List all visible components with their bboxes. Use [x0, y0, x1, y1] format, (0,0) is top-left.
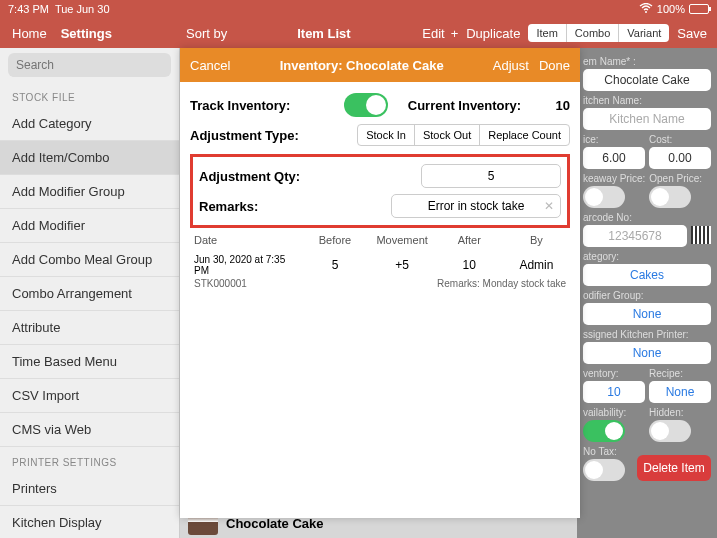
- seg-combo[interactable]: Combo: [567, 24, 619, 42]
- hist-after: 10: [436, 258, 503, 272]
- remarks-text: Error in stock take: [428, 199, 525, 213]
- input-remarks[interactable]: Error in stock take ✕: [391, 194, 561, 218]
- select-category[interactable]: Cakes: [583, 264, 711, 286]
- col-movement: Movement: [369, 234, 436, 246]
- delete-item-button[interactable]: Delete Item: [637, 455, 711, 481]
- sidebar-kitchen-display[interactable]: Kitchen Display: [0, 506, 179, 538]
- input-cost[interactable]: 0.00: [649, 147, 711, 169]
- seg-variant[interactable]: Variant: [619, 24, 669, 42]
- seg-replace-count[interactable]: Replace Count: [480, 125, 569, 145]
- svg-point-0: [645, 11, 647, 13]
- label-cost: Cost:: [649, 134, 711, 145]
- status-bar: 7:43 PM Tue Jun 30 100%: [0, 0, 717, 18]
- label-takeaway: keaway Price:: [583, 173, 645, 184]
- highlight-adjustment: Adjustment Qty: 5 Remarks: Error in stoc…: [190, 154, 570, 228]
- item-details-panel: em Name* : Chocolate Cake itchen Name: K…: [577, 48, 717, 538]
- section-stockfile: STOCK FILE: [0, 82, 179, 107]
- seg-stock-out[interactable]: Stock Out: [415, 125, 480, 145]
- clear-icon[interactable]: ✕: [544, 199, 554, 213]
- label-track-inventory: Track Inventory:: [190, 98, 338, 113]
- wifi-icon: [639, 3, 653, 15]
- hist-remarks: Remarks: Monday stock take: [300, 278, 570, 289]
- sidebar-combo-arrangement[interactable]: Combo Arrangement: [0, 277, 179, 311]
- barcode-icon[interactable]: [691, 226, 711, 244]
- toggle-notax[interactable]: [583, 459, 625, 481]
- section-printer: PRINTER SETTINGS: [0, 447, 179, 472]
- status-date: Tue Jun 30: [55, 3, 110, 15]
- top-bar: Home Settings Sort by Item List Edit + D…: [0, 18, 717, 48]
- toggle-openprice[interactable]: [649, 186, 691, 208]
- item-name: Chocolate Cake: [226, 516, 324, 531]
- sidebar-add-combomeal[interactable]: Add Combo Meal Group: [0, 243, 179, 277]
- label-openprice: Open Price:: [649, 173, 711, 184]
- sidebar-add-modifier[interactable]: Add Modifier: [0, 209, 179, 243]
- history-sub: STK000001 Remarks: Monday stock take: [190, 278, 570, 289]
- label-category: ategory:: [583, 251, 711, 262]
- seg-stock-in[interactable]: Stock In: [358, 125, 415, 145]
- status-time: 7:43 PM: [8, 3, 49, 15]
- duplicate-button[interactable]: Duplicate: [466, 26, 520, 41]
- link-recipe[interactable]: None: [649, 381, 711, 403]
- label-adj-qty: Adjustment Qty:: [199, 169, 421, 184]
- toggle-track-inventory[interactable]: [344, 93, 388, 117]
- save-button[interactable]: Save: [677, 26, 707, 41]
- label-current-inventory: Current Inventory:: [408, 98, 556, 113]
- hist-date: Jun 30, 2020 at 7:35 PM: [190, 254, 301, 276]
- sidebar-add-item[interactable]: Add Item/Combo: [0, 141, 179, 175]
- label-modifier: odifier Group:: [583, 290, 711, 301]
- select-printer[interactable]: None: [583, 342, 711, 364]
- inventory-modal: Cancel Inventory: Chocolate Cake Adjust …: [180, 48, 580, 518]
- battery-pct: 100%: [657, 3, 685, 15]
- input-kitchen-name[interactable]: Kitchen Name: [583, 108, 711, 130]
- seg-item[interactable]: Item: [528, 24, 566, 42]
- battery-icon: [689, 4, 709, 14]
- label-hidden: Hidden:: [649, 407, 711, 418]
- label-notax: No Tax:: [583, 446, 633, 457]
- item-type-segment[interactable]: Item Combo Variant: [528, 24, 669, 42]
- label-adjustment-type: Adjustment Type:: [190, 128, 357, 143]
- adjust-button[interactable]: Adjust: [493, 58, 529, 73]
- done-button[interactable]: Done: [539, 58, 570, 73]
- col-after: After: [436, 234, 503, 246]
- segment-adjustment-type[interactable]: Stock In Stock Out Replace Count: [357, 124, 570, 146]
- edit-button[interactable]: Edit: [422, 26, 444, 41]
- toggle-availability[interactable]: [583, 420, 625, 442]
- hist-by: Admin: [503, 258, 570, 272]
- sidebar-csv[interactable]: CSV Import: [0, 379, 179, 413]
- sidebar-add-category[interactable]: Add Category: [0, 107, 179, 141]
- input-price[interactable]: 6.00: [583, 147, 645, 169]
- col-date: Date: [190, 234, 301, 246]
- link-inventory[interactable]: 10: [583, 381, 645, 403]
- itemlist-title: Item List: [297, 26, 350, 41]
- history-row: Jun 30, 2020 at 7:35 PM 5 +5 10 Admin: [190, 252, 570, 278]
- hist-before: 5: [301, 258, 368, 272]
- sidebar-add-modgroup[interactable]: Add Modifier Group: [0, 175, 179, 209]
- label-item-name: em Name* :: [583, 56, 711, 67]
- col-by: By: [503, 234, 570, 246]
- sidebar-attribute[interactable]: Attribute: [0, 311, 179, 345]
- label-price: ice:: [583, 134, 645, 145]
- search-input[interactable]: [8, 53, 171, 77]
- hist-stk: STK000001: [190, 278, 300, 289]
- sidebar-printers[interactable]: Printers: [0, 472, 179, 506]
- cancel-button[interactable]: Cancel: [190, 58, 230, 73]
- sidebar-time-menu[interactable]: Time Based Menu: [0, 345, 179, 379]
- label-recipe: Recipe:: [649, 368, 711, 379]
- sidebar-cms[interactable]: CMS via Web: [0, 413, 179, 447]
- toggle-hidden[interactable]: [649, 420, 691, 442]
- sortby-button[interactable]: Sort by: [186, 26, 227, 41]
- input-item-name[interactable]: Chocolate Cake: [583, 69, 711, 91]
- toggle-takeaway[interactable]: [583, 186, 625, 208]
- select-modifier[interactable]: None: [583, 303, 711, 325]
- home-link[interactable]: Home: [12, 26, 47, 41]
- plus-icon[interactable]: +: [451, 26, 459, 41]
- label-barcode: arcode No:: [583, 212, 711, 223]
- label-availability: vailability:: [583, 407, 645, 418]
- hist-movement: +5: [369, 258, 436, 272]
- label-printer: ssigned Kitchen Printer:: [583, 329, 711, 340]
- value-current-inventory: 10: [556, 98, 570, 113]
- settings-link[interactable]: Settings: [61, 26, 112, 41]
- col-before: Before: [301, 234, 368, 246]
- input-barcode[interactable]: 12345678: [583, 225, 687, 247]
- input-adj-qty[interactable]: 5: [421, 164, 561, 188]
